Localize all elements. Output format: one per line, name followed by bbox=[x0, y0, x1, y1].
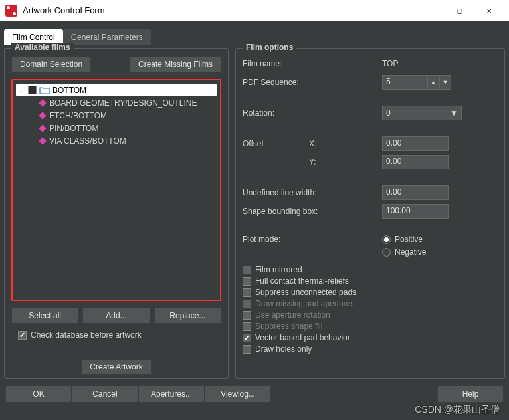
radio-icon bbox=[382, 248, 391, 257]
window-title: Artwork Control Form bbox=[23, 5, 416, 15]
negative-radio[interactable]: Negative bbox=[382, 247, 426, 257]
close-button[interactable]: ✕ bbox=[474, 1, 504, 21]
minimize-button[interactable]: ― bbox=[416, 1, 445, 21]
tree-item-label: PIN/BOTTOM bbox=[49, 124, 98, 133]
thermal-reliefs-checkbox[interactable]: Full contact thermal-reliefs bbox=[243, 276, 498, 286]
offset-y-input[interactable]: 0.00 bbox=[382, 155, 449, 169]
film-name-label: Film name: bbox=[243, 59, 349, 68]
films-tree[interactable]: ⌄ BOTTOM BOARD GEOMETRY/DESIGN_OUTLINE bbox=[11, 79, 221, 301]
replace-button[interactable]: Replace... bbox=[154, 308, 221, 324]
folder-icon bbox=[39, 86, 50, 94]
undefined-line-width-label: Undefined line width: bbox=[243, 188, 382, 197]
x-label: X: bbox=[309, 139, 342, 148]
cancel-button[interactable]: Cancel bbox=[72, 385, 138, 403]
shape-fill-checkbox: Suppress shape fill bbox=[243, 322, 498, 331]
y-label: Y: bbox=[309, 158, 342, 167]
draw-holes-checkbox[interactable]: Draw holes only bbox=[243, 344, 498, 354]
tree-item[interactable]: PIN/BOTTOM bbox=[16, 122, 217, 134]
pdf-sequence-spinner[interactable]: 5 ▲ ▼ bbox=[382, 75, 451, 90]
spinner-down-icon[interactable]: ▼ bbox=[439, 75, 451, 90]
tree-root[interactable]: ⌄ BOTTOM bbox=[16, 84, 217, 96]
tree-item-label: VIA CLASS/BOTTOM bbox=[49, 136, 126, 146]
titlebar: Artwork Control Form ― ▢ ✕ bbox=[0, 0, 509, 21]
viewlog-button[interactable]: Viewlog... bbox=[205, 385, 271, 403]
film-name-value: TOP bbox=[382, 59, 398, 68]
tree-item[interactable]: BOARD GEOMETRY/DESIGN_OUTLINE bbox=[16, 96, 217, 109]
aperture-rotation-checkbox: Use aperture rotation bbox=[243, 310, 498, 320]
panel-title: Film options bbox=[243, 43, 296, 52]
suppress-pads-checkbox[interactable]: Suppress unconnected pads bbox=[243, 288, 498, 297]
tree-root-label: BOTTOM bbox=[52, 86, 86, 95]
help-button[interactable]: Help bbox=[437, 385, 504, 403]
vector-pad-checkbox[interactable]: Vector based pad behavior bbox=[243, 333, 498, 342]
panel-title: Available films bbox=[11, 43, 74, 52]
undefined-line-width-input[interactable]: 0.00 bbox=[382, 185, 449, 200]
chevron-down-icon[interactable]: ⌄ bbox=[17, 86, 25, 95]
shape-bounding-box-label: Shape bounding box: bbox=[243, 207, 382, 216]
shape-bounding-box-input[interactable]: 100.00 bbox=[382, 204, 449, 219]
diamond-icon bbox=[39, 112, 47, 120]
tree-item-label: ETCH/BOTTOM bbox=[49, 111, 107, 120]
create-artwork-button[interactable]: Create Artwork bbox=[81, 359, 151, 375]
tab-general-parameters[interactable]: General Parameters bbox=[63, 29, 151, 45]
diamond-icon bbox=[39, 99, 47, 107]
check-database-label: Check database before artwork bbox=[31, 330, 142, 340]
tree-item[interactable]: ETCH/BOTTOM bbox=[16, 109, 217, 122]
draw-missing-checkbox: Draw missing pad apertures bbox=[243, 299, 498, 308]
diamond-icon bbox=[39, 124, 47, 132]
plot-mode-label: Plot mode: bbox=[243, 235, 382, 244]
film-mirrored-checkbox[interactable]: Film mirrored bbox=[243, 265, 498, 274]
domain-selection-button[interactable]: Domain Selection bbox=[11, 56, 91, 72]
tree-item-label: BOARD GEOMETRY/DESIGN_OUTLINE bbox=[49, 98, 197, 108]
positive-radio[interactable]: Positive bbox=[382, 235, 426, 244]
watermark: CSDN @花果山圣僧 bbox=[415, 404, 500, 416]
rotation-select[interactable]: 0▼ bbox=[382, 106, 462, 120]
create-missing-films-button[interactable]: Create Missing Films bbox=[130, 56, 221, 72]
spinner-up-icon[interactable]: ▲ bbox=[427, 75, 439, 90]
film-options-panel: Film options Film name: TOP PDF Sequence… bbox=[235, 48, 505, 379]
checkbox[interactable] bbox=[28, 86, 37, 94]
offset-x-input[interactable]: 0.00 bbox=[382, 136, 449, 151]
bottom-button-bar: OK Cancel Apertures... Viewlog... Help bbox=[4, 385, 505, 403]
available-films-panel: Available films Domain Selection Create … bbox=[4, 48, 229, 379]
app-window: Artwork Control Form ― ▢ ✕ Film Control … bbox=[0, 0, 509, 420]
app-icon bbox=[5, 5, 17, 17]
offset-label: Offset bbox=[243, 139, 309, 148]
check-database-row[interactable]: Check database before artwork bbox=[11, 330, 221, 340]
rotation-label: Rotation: bbox=[243, 108, 349, 118]
diamond-icon bbox=[39, 137, 47, 145]
radio-checked-icon bbox=[382, 235, 391, 244]
checkbox-checked-icon[interactable] bbox=[18, 331, 27, 340]
tree-item[interactable]: VIA CLASS/BOTTOM bbox=[16, 134, 217, 147]
add-button[interactable]: Add... bbox=[82, 308, 150, 324]
apertures-button[interactable]: Apertures... bbox=[138, 385, 205, 403]
pdf-sequence-label: PDF Sequence: bbox=[243, 78, 349, 87]
ok-button[interactable]: OK bbox=[5, 385, 72, 403]
select-all-button[interactable]: Select all bbox=[11, 308, 78, 324]
maximize-button[interactable]: ▢ bbox=[445, 1, 474, 21]
chevron-down-icon: ▼ bbox=[450, 108, 458, 118]
